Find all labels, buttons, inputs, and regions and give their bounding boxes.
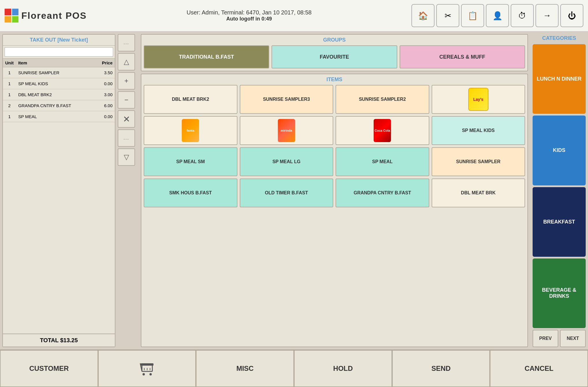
tools-button[interactable]: ✂ [436, 4, 459, 27]
lays-image: Lay's [468, 88, 488, 111]
groups-label: GROUPS [144, 37, 525, 43]
action-dots-top-button[interactable]: ... [118, 34, 135, 51]
row-item: SUNRISE SAMPLER [16, 67, 94, 78]
ticket-total: TOTAL $13.25 [3, 334, 115, 347]
item-sunrise-sampler3-button[interactable]: SUNRISE SAMPLER3 [240, 85, 334, 114]
logo-text: Floreant POS [21, 10, 87, 21]
item-dbl-meat-brk2-button[interactable]: DBL MEAT BRK2 [144, 85, 237, 114]
item-sp-meal-lg-button[interactable]: SP MEAL LG [240, 147, 334, 176]
action-close-button[interactable]: ✕ [118, 110, 135, 128]
row-unit: 1 [3, 89, 16, 100]
ticket-header: TAKE OUT [New Ticket] [3, 35, 115, 46]
table-row[interactable]: 2 GRANDPA CNTRY B.FAST 6.00 [3, 100, 115, 111]
item-sp-meal-kids-button[interactable]: SP MEAL KIDS [432, 116, 525, 145]
send-button[interactable]: SEND [392, 350, 490, 387]
item-old-timer-bfast-button[interactable]: OLD TIMER B.FAST [240, 178, 334, 207]
row-item: SP MEAL KIDS [16, 78, 94, 89]
category-prev-button[interactable]: PREV [533, 330, 558, 347]
logo-icon [5, 9, 18, 23]
ticket-search-area [3, 46, 115, 59]
svg-point-3 [143, 373, 145, 375]
category-breakfast-button[interactable]: BREAKFAST [533, 187, 586, 257]
action-dots-bottom-button[interactable]: ... [118, 129, 135, 147]
logo-area: Floreant POS [5, 9, 87, 23]
header-center: User: Admin, Terminal: 6470, Jan 10 2017… [87, 9, 411, 22]
col-unit: Unit [3, 59, 16, 67]
category-next-button[interactable]: NEXT [560, 330, 586, 347]
table-row[interactable]: 1 SP MEAL KIDS 0.00 [3, 78, 115, 89]
group-traditional-button[interactable]: TRADITIONAL B.FAST [144, 45, 269, 68]
row-unit: 1 [3, 111, 16, 122]
user-settings-button[interactable]: 👤 [486, 4, 509, 27]
category-nav: PREV NEXT [533, 330, 586, 347]
right-panel: CATEGORIES LUNCH N DINNER KIDS BREAKFAST… [530, 32, 588, 349]
category-lunch-dinner-button[interactable]: LUNCH N DINNER [533, 44, 586, 114]
groups-section: GROUPS TRADITIONAL B.FAST FAVOURITE CERE… [141, 34, 528, 71]
table-row[interactable]: 1 DBL MEAT BRK2 3.00 [3, 89, 115, 100]
exit-button[interactable]: → [535, 4, 559, 27]
item-grandpa-cntry-bfast-button[interactable]: GRANDPA CNTRY B.FAST [336, 178, 429, 207]
reports-button[interactable]: 📋 [461, 4, 484, 27]
col-item: Item [16, 59, 94, 67]
cart-icon [138, 360, 156, 377]
cola-image: Coca Cola [374, 119, 391, 142]
cart-button[interactable] [98, 350, 196, 387]
item-sp-meal-sm-button[interactable]: SP MEAL SM [144, 147, 237, 176]
home-button[interactable]: 🏠 [411, 4, 435, 27]
action-plus-button[interactable]: + [118, 72, 135, 90]
customer-button[interactable]: CUSTOMER [0, 350, 98, 387]
table-row[interactable]: 1 SP MEAL 0.00 [3, 111, 115, 122]
item-mirinda-button[interactable]: mirinda [240, 116, 334, 145]
header-user-info: User: Admin, Terminal: 6470, Jan 10 2017… [87, 9, 411, 16]
action-buttons: ... △ + − ✕ ... ▽ [118, 34, 136, 347]
ticket-search-input[interactable] [5, 47, 113, 57]
item-sunrise-sampler2-button[interactable]: SUNRISE SAMPLER2 [336, 85, 429, 114]
header-autologoff: Auto logoff in 0:49 [87, 16, 411, 22]
svg-point-4 [149, 373, 152, 375]
item-smk-hous-bfast-button[interactable]: SMK HOUS B.FAST [144, 178, 237, 207]
group-favourite-button[interactable]: FAVOURITE [271, 45, 397, 68]
col-price: Price [94, 59, 115, 67]
row-price: 0.00 [94, 78, 115, 89]
hold-button[interactable]: HOLD [294, 350, 392, 387]
cancel-button[interactable]: CANCEL [490, 350, 588, 387]
item-lays-button[interactable]: Lay's [432, 85, 525, 114]
ticket-area: TAKE OUT [New Ticket] Unit Item Price 1 [2, 34, 115, 347]
items-grid: DBL MEAT BRK2 SUNRISE SAMPLER3 SUNRISE S… [144, 85, 525, 207]
item-sunrise-sampler-button[interactable]: SUNRISE SAMPLER [432, 147, 525, 176]
row-item: GRANDPA CNTRY B.FAST [16, 100, 94, 111]
group-cereals-button[interactable]: CEREALS & MUFF [400, 45, 525, 68]
items-label: ITEMS [144, 77, 525, 83]
item-cola-button[interactable]: Coca Cola [336, 116, 429, 145]
item-dbl-meat-brk-button[interactable]: DBL MEAT BRK [432, 178, 525, 207]
header-buttons: 🏠 ✂ 📋 👤 ⏱ → ⏻ [411, 4, 583, 27]
center-panel: GROUPS TRADITIONAL B.FAST FAVOURITE CERE… [138, 32, 530, 349]
row-price: 0.00 [94, 111, 115, 122]
row-price: 3.50 [94, 67, 115, 78]
categories-label: CATEGORIES [533, 34, 586, 42]
fanta-image: fanta [182, 119, 199, 142]
row-price: 3.00 [94, 89, 115, 100]
bottom-bar: CUSTOMER MISC HOLD SEND CANCEL [0, 349, 588, 387]
row-price: 6.00 [94, 100, 115, 111]
misc-button[interactable]: MISC [196, 350, 294, 387]
ticket-table: Unit Item Price 1 SUNRISE SAMPLER 3.50 1… [3, 59, 115, 334]
table-row[interactable]: 1 SUNRISE SAMPLER 3.50 [3, 67, 115, 78]
groups-buttons: TRADITIONAL B.FAST FAVOURITE CEREALS & M… [144, 45, 525, 68]
category-kids-button[interactable]: KIDS [533, 116, 586, 185]
header: Floreant POS User: Admin, Terminal: 6470… [0, 0, 588, 32]
item-fanta-button[interactable]: fanta [144, 116, 237, 145]
action-triangle-up-button[interactable]: △ [118, 53, 135, 70]
row-item: DBL MEAT BRK2 [16, 89, 94, 100]
power-button[interactable]: ⏻ [560, 4, 583, 27]
row-unit: 1 [3, 67, 16, 78]
mirinda-image: mirinda [278, 119, 295, 142]
left-panel: TAKE OUT [New Ticket] Unit Item Price 1 [0, 32, 138, 349]
items-section: ITEMS DBL MEAT BRK2 SUNRISE SAMPLER3 SUN… [141, 74, 528, 347]
action-triangle-down-button[interactable]: ▽ [118, 148, 135, 166]
row-item: SP MEAL [16, 111, 94, 122]
item-sp-meal-button[interactable]: SP MEAL [336, 147, 429, 176]
action-minus-button[interactable]: − [118, 91, 135, 109]
category-beverage-drinks-button[interactable]: BEVERAGE & DRINKS [533, 258, 586, 328]
timer-button[interactable]: ⏱ [511, 4, 534, 27]
